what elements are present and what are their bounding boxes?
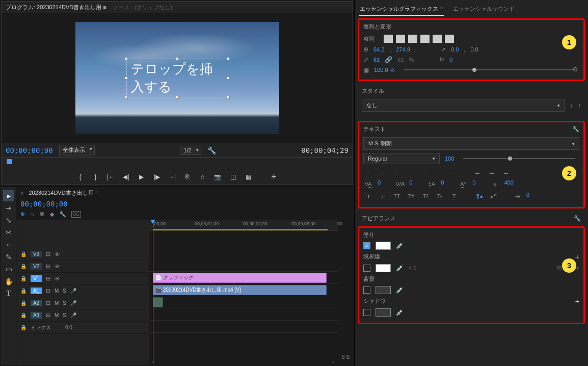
- solo-button[interactable]: S: [63, 312, 66, 318]
- add-button-icon[interactable]: +: [270, 173, 278, 181]
- safe-margin-icon[interactable]: ▦: [245, 173, 253, 181]
- mute-button[interactable]: M: [55, 312, 59, 318]
- subscript-icon[interactable]: T₂: [435, 192, 445, 201]
- solo-button[interactable]: S: [63, 288, 66, 294]
- justify-left-icon[interactable]: ≡: [406, 167, 416, 176]
- tab-essential-graphics[interactable]: エッセンシャルグラフィックス ≡: [359, 3, 444, 16]
- slip-tool-icon[interactable]: ↔: [3, 239, 14, 250]
- type-tool-icon[interactable]: T: [3, 288, 14, 299]
- magnet-icon[interactable]: ∩: [30, 211, 34, 218]
- tsume-value[interactable]: 400: [504, 179, 514, 189]
- work-area[interactable]: [153, 229, 328, 230]
- italic-icon[interactable]: T: [378, 192, 388, 201]
- eyedropper-icon[interactable]: 💉: [396, 265, 404, 272]
- eyedropper-icon[interactable]: 💉: [396, 309, 404, 316]
- comparison-icon[interactable]: ◫: [229, 173, 237, 181]
- font-dropdown[interactable]: ＭＳ 明朝: [363, 137, 579, 150]
- opacity-value[interactable]: 100.0 %: [374, 67, 394, 73]
- h-scrollbar[interactable]: [149, 358, 338, 365]
- mic-icon[interactable]: 🎤: [70, 288, 76, 294]
- track-v1[interactable]: V1: [31, 275, 42, 282]
- rect-tool-icon[interactable]: ▭: [3, 264, 14, 275]
- mic-icon[interactable]: 🎤: [70, 312, 76, 318]
- align-bottom-icon[interactable]: [445, 35, 454, 43]
- eye-icon[interactable]: 👁: [55, 251, 60, 257]
- fx-icon[interactable]: ⊟: [46, 263, 50, 270]
- fx-icon[interactable]: ⊟: [46, 251, 50, 257]
- baseline-value[interactable]: 0: [472, 179, 475, 189]
- underline-icon[interactable]: T: [449, 192, 459, 201]
- wrench-icon[interactable]: 🔧: [207, 146, 216, 154]
- mark-out-icon[interactable]: }: [92, 173, 100, 181]
- tracking-value[interactable]: 0: [378, 179, 381, 189]
- mic-icon[interactable]: 🎤: [70, 300, 76, 306]
- solo-button[interactable]: S: [63, 300, 66, 306]
- lock-icon[interactable]: 🔒: [20, 251, 26, 257]
- add-shadow-icon[interactable]: +: [575, 297, 579, 305]
- mark-in-icon[interactable]: {: [76, 173, 85, 181]
- marker-icon[interactable]: ◆: [50, 211, 54, 218]
- eyedropper-icon[interactable]: 💉: [396, 242, 404, 249]
- lock-icon[interactable]: 🔒: [20, 264, 26, 269]
- align-left-text-icon[interactable]: ≡: [363, 167, 373, 176]
- ltr-icon[interactable]: ¶◂: [474, 192, 485, 201]
- style-up-icon[interactable]: ↑: [578, 102, 581, 109]
- style-dropdown[interactable]: なし: [362, 99, 565, 112]
- lock-icon[interactable]: 🔒: [20, 300, 26, 306]
- fill-checkbox[interactable]: ✓: [363, 242, 370, 249]
- track-v2[interactable]: V2: [31, 263, 42, 270]
- stroke-checkbox[interactable]: [363, 265, 370, 272]
- tab-essential-sound[interactable]: エッセンシャルサウンド: [452, 3, 516, 16]
- fx-icon[interactable]: ⊟: [46, 287, 50, 294]
- valign-mid-icon[interactable]: ☰: [487, 167, 497, 176]
- opacity-slider[interactable]: [404, 69, 575, 70]
- wrench-icon[interactable]: 🔧: [574, 215, 581, 222]
- scale-value[interactable]: 81: [373, 57, 380, 63]
- allcaps-icon[interactable]: TT: [392, 192, 402, 201]
- program-ruler[interactable]: [2, 158, 353, 170]
- smallcaps-icon[interactable]: Tᴛ: [406, 192, 416, 201]
- pos-y[interactable]: 274.9: [396, 46, 410, 53]
- lock-icon[interactable]: 🔒: [20, 288, 26, 294]
- weight-dropdown[interactable]: Regular: [363, 153, 440, 164]
- rotation-value[interactable]: 0: [449, 57, 452, 63]
- justify-right-icon[interactable]: ≡: [435, 167, 445, 176]
- step-back-icon[interactable]: ◀|: [122, 173, 130, 181]
- indent-value[interactable]: 0: [526, 192, 529, 201]
- track-mix[interactable]: ミックス: [31, 324, 51, 331]
- mix-value[interactable]: 0.0: [65, 325, 72, 330]
- add-stroke-icon[interactable]: +: [575, 253, 579, 261]
- eyedropper-icon[interactable]: 💉: [396, 286, 404, 294]
- fx-icon[interactable]: ⊟: [46, 275, 50, 282]
- lift-icon[interactable]: ⎘: [183, 173, 192, 181]
- pos-x[interactable]: 64.2: [373, 46, 384, 53]
- program-tab[interactable]: プログラム: 20230214DVD書き出し用 ≡: [6, 4, 106, 11]
- mute-button[interactable]: M: [55, 300, 59, 306]
- rtl-icon[interactable]: ▸¶: [489, 192, 499, 201]
- settings-icon[interactable]: 🔧: [59, 211, 66, 218]
- eye-icon[interactable]: 👁: [55, 276, 60, 282]
- justify-center-icon[interactable]: ≡: [420, 167, 431, 176]
- size-slider[interactable]: [463, 158, 575, 159]
- leading-value[interactable]: 0: [441, 179, 444, 189]
- export-frame-icon[interactable]: 📷: [214, 173, 222, 181]
- source-tab[interactable]: ソース：(クリップなし): [113, 4, 172, 11]
- hand-tool-icon[interactable]: ✋: [3, 276, 14, 287]
- selection-tool-icon[interactable]: ▸: [3, 190, 14, 201]
- shadow-swatch[interactable]: [376, 308, 391, 317]
- stroke-swatch[interactable]: [376, 264, 391, 272]
- fit-dropdown[interactable]: 全体表示: [59, 145, 95, 155]
- timeline-area[interactable]: ;00;00 00;00;01;00 00;00;02;00 00;00;03;…: [149, 220, 338, 365]
- align-center-text-icon[interactable]: ≡: [378, 167, 388, 176]
- timeline-ruler[interactable]: ;00;00 00;00;01;00 00;00;02;00 00;00;03;…: [149, 220, 338, 231]
- align-center-h-icon[interactable]: [396, 35, 405, 43]
- video-viewport[interactable]: テロップを挿入する: [2, 13, 353, 143]
- eye-icon[interactable]: 👁: [55, 264, 60, 270]
- shadow-checkbox[interactable]: [363, 309, 370, 316]
- lock-icon[interactable]: 🔒: [20, 325, 26, 330]
- kerning-value[interactable]: 0: [409, 179, 412, 189]
- extract-icon[interactable]: ⎌: [199, 173, 207, 181]
- valign-bot-icon[interactable]: ☰: [501, 167, 511, 176]
- align-right-text-icon[interactable]: ≡: [392, 167, 402, 176]
- align-top-icon[interactable]: [420, 35, 430, 43]
